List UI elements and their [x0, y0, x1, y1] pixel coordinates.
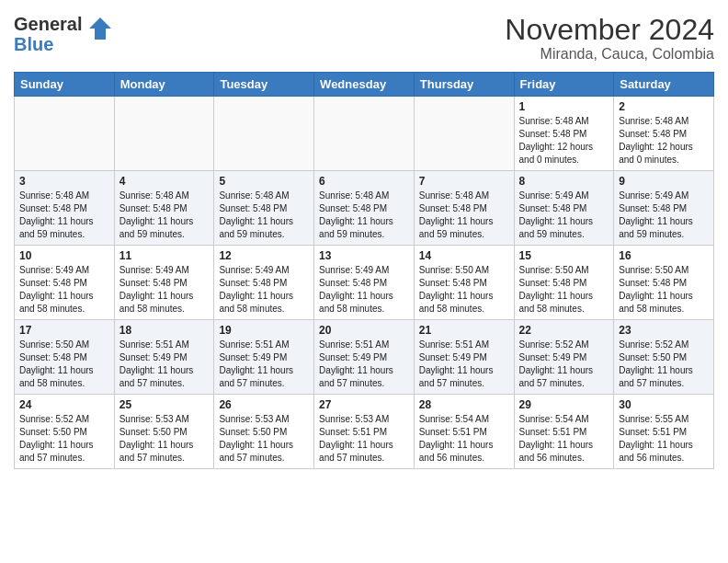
- sunset-text: Sunset: 5:51 PM: [619, 427, 687, 437]
- sunrise-text: Sunrise: 5:48 AM: [219, 190, 289, 201]
- daylight-text: Daylight: 12 hours and 0 minutes.: [519, 142, 594, 165]
- sunrise-text: Sunrise: 5:49 AM: [19, 265, 89, 275]
- calendar-day-cell: 4Sunrise: 5:48 AMSunset: 5:48 PMDaylight…: [114, 171, 214, 246]
- calendar-day-cell: 13Sunrise: 5:49 AMSunset: 5:48 PMDayligh…: [314, 246, 415, 320]
- day-info: Sunrise: 5:48 AMSunset: 5:48 PMDaylight:…: [319, 190, 409, 241]
- sunrise-text: Sunrise: 5:52 AM: [619, 339, 688, 350]
- sunset-text: Sunset: 5:50 PM: [119, 427, 188, 437]
- sunrise-text: Sunrise: 5:53 AM: [219, 414, 289, 424]
- page: General Blue November 2024 Miranda, Cauc…: [0, 0, 728, 478]
- calendar-day-cell: 27Sunrise: 5:53 AMSunset: 5:51 PMDayligh…: [314, 395, 415, 469]
- weekday-header: Tuesday: [214, 73, 314, 97]
- sunrise-text: Sunrise: 5:48 AM: [519, 116, 589, 126]
- sunrise-text: Sunrise: 5:49 AM: [319, 265, 389, 275]
- sunset-text: Sunset: 5:48 PM: [419, 203, 487, 213]
- sunrise-text: Sunrise: 5:48 AM: [419, 190, 489, 201]
- daylight-text: Daylight: 11 hours and 58 minutes.: [219, 291, 293, 314]
- day-info: Sunrise: 5:51 AMSunset: 5:49 PMDaylight:…: [119, 339, 210, 390]
- calendar-day-cell: [15, 97, 115, 171]
- day-info: Sunrise: 5:54 AMSunset: 5:51 PMDaylight:…: [419, 413, 509, 465]
- daylight-text: Daylight: 11 hours and 56 minutes.: [519, 440, 594, 463]
- day-number: 6: [319, 175, 409, 188]
- daylight-text: Daylight: 11 hours and 58 minutes.: [19, 365, 94, 388]
- day-number: 4: [119, 175, 210, 188]
- calendar-day-cell: 11Sunrise: 5:49 AMSunset: 5:48 PMDayligh…: [114, 246, 214, 320]
- calendar-day-cell: 20Sunrise: 5:51 AMSunset: 5:49 PMDayligh…: [314, 320, 415, 395]
- daylight-text: Daylight: 11 hours and 57 minutes.: [219, 440, 293, 463]
- daylight-text: Daylight: 11 hours and 56 minutes.: [619, 440, 693, 463]
- day-info: Sunrise: 5:51 AMSunset: 5:49 PMDaylight:…: [219, 339, 309, 390]
- sunrise-text: Sunrise: 5:53 AM: [119, 414, 189, 424]
- day-info: Sunrise: 5:49 AMSunset: 5:48 PMDaylight:…: [19, 264, 109, 316]
- sunset-text: Sunset: 5:48 PM: [519, 278, 587, 288]
- daylight-text: Daylight: 11 hours and 57 minutes.: [319, 440, 393, 463]
- weekday-header: Thursday: [414, 73, 514, 97]
- daylight-text: Daylight: 11 hours and 58 minutes.: [419, 291, 494, 314]
- calendar-day-cell: 1Sunrise: 5:48 AMSunset: 5:48 PMDaylight…: [514, 97, 614, 171]
- sunset-text: Sunset: 5:51 PM: [319, 427, 387, 437]
- day-number: 10: [19, 249, 109, 262]
- sunrise-text: Sunrise: 5:50 AM: [519, 265, 589, 275]
- sunset-text: Sunset: 5:48 PM: [319, 203, 387, 213]
- daylight-text: Daylight: 11 hours and 59 minutes.: [119, 216, 194, 239]
- calendar-day-cell: 12Sunrise: 5:49 AMSunset: 5:48 PMDayligh…: [214, 246, 314, 320]
- day-number: 5: [219, 175, 309, 188]
- daylight-text: Daylight: 11 hours and 57 minutes.: [219, 365, 293, 388]
- day-number: 16: [619, 249, 709, 262]
- sunrise-text: Sunrise: 5:50 AM: [619, 265, 688, 275]
- day-info: Sunrise: 5:55 AMSunset: 5:51 PMDaylight:…: [619, 413, 709, 465]
- calendar-day-cell: 5Sunrise: 5:48 AMSunset: 5:48 PMDaylight…: [214, 171, 314, 246]
- day-number: 22: [519, 324, 609, 337]
- daylight-text: Daylight: 11 hours and 57 minutes.: [319, 365, 393, 388]
- calendar-day-cell: [414, 97, 514, 171]
- sunrise-text: Sunrise: 5:49 AM: [519, 190, 589, 201]
- sunrise-text: Sunrise: 5:51 AM: [219, 339, 289, 350]
- day-number: 21: [419, 324, 509, 337]
- daylight-text: Daylight: 11 hours and 59 minutes.: [419, 216, 494, 239]
- sunrise-text: Sunrise: 5:52 AM: [19, 414, 89, 424]
- sunset-text: Sunset: 5:48 PM: [419, 278, 487, 288]
- calendar-day-cell: 23Sunrise: 5:52 AMSunset: 5:50 PMDayligh…: [614, 320, 714, 395]
- sunset-text: Sunset: 5:48 PM: [519, 129, 587, 139]
- calendar-day-cell: 25Sunrise: 5:53 AMSunset: 5:50 PMDayligh…: [114, 395, 214, 469]
- daylight-text: Daylight: 11 hours and 58 minutes.: [619, 291, 693, 314]
- sunrise-text: Sunrise: 5:49 AM: [219, 265, 289, 275]
- sunset-text: Sunset: 5:50 PM: [619, 352, 687, 362]
- sunrise-text: Sunrise: 5:48 AM: [119, 190, 189, 201]
- calendar-week-row: 3Sunrise: 5:48 AMSunset: 5:48 PMDaylight…: [15, 171, 714, 246]
- page-subtitle: Miranda, Cauca, Colombia: [505, 46, 714, 63]
- calendar-day-cell: 10Sunrise: 5:49 AMSunset: 5:48 PMDayligh…: [15, 246, 115, 320]
- day-info: Sunrise: 5:50 AMSunset: 5:48 PMDaylight:…: [419, 264, 509, 316]
- weekday-header: Saturday: [614, 73, 714, 97]
- sunrise-text: Sunrise: 5:51 AM: [319, 339, 389, 350]
- title-section: November 2024 Miranda, Cauca, Colombia: [505, 14, 714, 63]
- day-number: 3: [19, 175, 109, 188]
- daylight-text: Daylight: 11 hours and 57 minutes.: [619, 365, 693, 388]
- calendar-day-cell: 22Sunrise: 5:52 AMSunset: 5:49 PMDayligh…: [514, 320, 614, 395]
- day-info: Sunrise: 5:50 AMSunset: 5:48 PMDaylight:…: [619, 264, 709, 316]
- sunset-text: Sunset: 5:51 PM: [419, 427, 487, 437]
- calendar-day-cell: 19Sunrise: 5:51 AMSunset: 5:49 PMDayligh…: [214, 320, 314, 395]
- daylight-text: Daylight: 11 hours and 57 minutes.: [419, 365, 494, 388]
- sunset-text: Sunset: 5:48 PM: [519, 203, 587, 213]
- day-info: Sunrise: 5:48 AMSunset: 5:48 PMDaylight:…: [419, 190, 509, 241]
- sunrise-text: Sunrise: 5:49 AM: [119, 265, 189, 275]
- calendar-day-cell: 15Sunrise: 5:50 AMSunset: 5:48 PMDayligh…: [514, 246, 614, 320]
- sunset-text: Sunset: 5:48 PM: [19, 352, 87, 362]
- sunset-text: Sunset: 5:48 PM: [319, 278, 387, 288]
- day-info: Sunrise: 5:53 AMSunset: 5:51 PMDaylight:…: [319, 413, 409, 465]
- day-info: Sunrise: 5:48 AMSunset: 5:48 PMDaylight:…: [219, 190, 309, 241]
- sunset-text: Sunset: 5:49 PM: [119, 352, 188, 362]
- sunrise-text: Sunrise: 5:51 AM: [419, 339, 489, 350]
- day-info: Sunrise: 5:49 AMSunset: 5:48 PMDaylight:…: [319, 264, 409, 316]
- day-info: Sunrise: 5:52 AMSunset: 5:50 PMDaylight:…: [19, 413, 109, 465]
- daylight-text: Daylight: 11 hours and 58 minutes.: [519, 291, 594, 314]
- day-number: 12: [219, 249, 309, 262]
- daylight-text: Daylight: 11 hours and 57 minutes.: [519, 365, 594, 388]
- calendar-day-cell: 8Sunrise: 5:49 AMSunset: 5:48 PMDaylight…: [514, 171, 614, 246]
- day-info: Sunrise: 5:51 AMSunset: 5:49 PMDaylight:…: [419, 339, 509, 390]
- calendar-week-row: 1Sunrise: 5:48 AMSunset: 5:48 PMDaylight…: [15, 97, 714, 171]
- sunrise-text: Sunrise: 5:54 AM: [419, 414, 489, 424]
- calendar-day-cell: [214, 97, 314, 171]
- calendar-day-cell: [314, 97, 415, 171]
